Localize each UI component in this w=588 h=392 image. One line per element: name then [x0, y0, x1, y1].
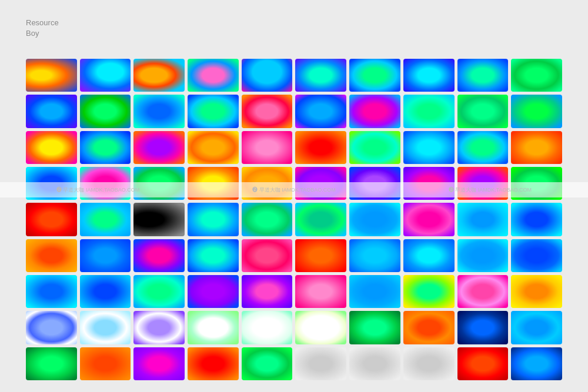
swatch-82[interactable] — [80, 347, 131, 380]
swatch-21[interactable] — [26, 131, 77, 164]
swatch-51[interactable] — [26, 239, 77, 272]
swatch-58[interactable] — [403, 239, 455, 272]
swatch-57[interactable] — [349, 239, 400, 272]
swatch-55[interactable] — [242, 239, 293, 272]
swatch-72[interactable] — [80, 311, 131, 344]
swatch-25[interactable] — [242, 131, 293, 164]
swatch-5[interactable] — [242, 59, 293, 92]
swatch-2[interactable] — [80, 59, 131, 92]
swatch-50[interactable] — [511, 203, 562, 236]
swatch-20[interactable] — [511, 95, 562, 128]
swatch-17[interactable] — [349, 95, 400, 128]
swatch-8[interactable] — [403, 59, 455, 92]
swatch-3[interactable] — [133, 59, 185, 92]
swatch-6[interactable] — [295, 59, 346, 92]
swatch-76[interactable] — [295, 311, 346, 344]
swatch-73[interactable] — [133, 311, 185, 344]
swatch-13[interactable] — [133, 95, 185, 128]
swatch-59[interactable] — [457, 239, 509, 272]
swatch-36[interactable] — [295, 167, 346, 200]
swatch-65[interactable] — [242, 275, 293, 308]
swatch-4[interactable] — [188, 59, 239, 92]
swatch-33[interactable] — [133, 167, 185, 200]
swatch-90[interactable] — [511, 347, 562, 380]
swatch-38[interactable] — [403, 167, 455, 200]
swatch-12[interactable] — [80, 95, 131, 128]
swatch-68[interactable] — [403, 275, 455, 308]
swatch-32[interactable] — [80, 167, 131, 200]
swatch-15[interactable] — [242, 95, 293, 128]
swatch-75[interactable] — [242, 311, 293, 344]
gradient-grid — [26, 59, 562, 380]
swatch-70[interactable] — [511, 275, 562, 308]
swatch-10[interactable] — [511, 59, 562, 92]
swatch-28[interactable] — [403, 131, 455, 164]
swatch-61[interactable] — [26, 275, 77, 308]
swatch-52[interactable] — [80, 239, 131, 272]
swatch-40[interactable] — [511, 167, 562, 200]
swatch-81[interactable] — [26, 347, 77, 380]
swatch-53[interactable] — [133, 239, 185, 272]
swatch-88[interactable] — [403, 347, 455, 380]
swatch-86[interactable] — [295, 347, 346, 380]
swatch-44[interactable] — [188, 203, 239, 236]
swatch-46[interactable] — [295, 203, 346, 236]
swatch-27[interactable] — [349, 131, 400, 164]
swatch-83[interactable] — [133, 347, 185, 380]
swatch-54[interactable] — [188, 239, 239, 272]
swatch-47[interactable] — [349, 203, 400, 236]
swatch-49[interactable] — [457, 203, 509, 236]
swatch-71[interactable] — [26, 311, 77, 344]
swatch-60[interactable] — [511, 239, 562, 272]
swatch-78[interactable] — [403, 311, 455, 344]
swatch-80[interactable] — [511, 311, 562, 344]
swatch-74[interactable] — [188, 311, 239, 344]
swatch-79[interactable] — [457, 311, 509, 344]
swatch-89[interactable] — [457, 347, 509, 380]
swatch-16[interactable] — [295, 95, 346, 128]
swatch-43[interactable] — [133, 203, 185, 236]
swatch-26[interactable] — [295, 131, 346, 164]
swatch-63[interactable] — [133, 275, 185, 308]
swatch-69[interactable] — [457, 275, 509, 308]
swatch-42[interactable] — [80, 203, 131, 236]
swatch-84[interactable] — [188, 347, 239, 380]
swatch-18[interactable] — [403, 95, 455, 128]
swatch-62[interactable] — [80, 275, 131, 308]
swatch-77[interactable] — [349, 311, 400, 344]
swatch-14[interactable] — [188, 95, 239, 128]
swatch-45[interactable] — [242, 203, 293, 236]
swatch-67[interactable] — [349, 275, 400, 308]
swatch-1[interactable] — [26, 59, 77, 92]
swatch-31[interactable] — [26, 167, 77, 200]
swatch-9[interactable] — [457, 59, 509, 92]
swatch-37[interactable] — [349, 167, 400, 200]
swatch-23[interactable] — [133, 131, 185, 164]
swatch-11[interactable] — [26, 95, 77, 128]
swatch-22[interactable] — [80, 131, 131, 164]
swatch-35[interactable] — [242, 167, 293, 200]
logo: Resource Boy — [26, 18, 59, 39]
swatch-7[interactable] — [349, 59, 400, 92]
swatch-30[interactable] — [511, 131, 562, 164]
swatch-87[interactable] — [349, 347, 400, 380]
swatch-48[interactable] — [403, 203, 455, 236]
swatch-34[interactable] — [188, 167, 239, 200]
swatch-24[interactable] — [188, 131, 239, 164]
swatch-41[interactable] — [26, 203, 77, 236]
swatch-66[interactable] — [295, 275, 346, 308]
swatch-19[interactable] — [457, 95, 509, 128]
swatch-85[interactable] — [242, 347, 293, 380]
swatch-64[interactable] — [188, 275, 239, 308]
swatch-56[interactable] — [295, 239, 346, 272]
swatch-29[interactable] — [457, 131, 509, 164]
swatch-39[interactable] — [457, 167, 509, 200]
